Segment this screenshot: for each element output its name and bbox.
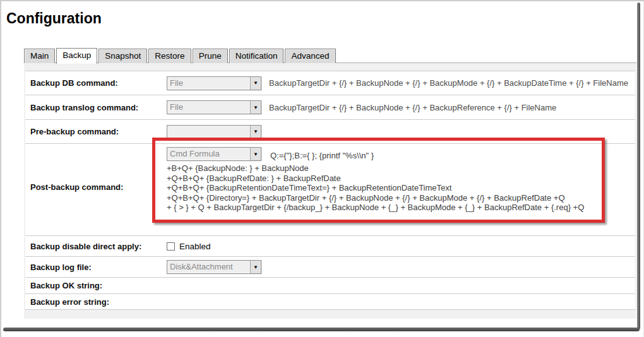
row-backup-ok-string: Backup OK string: <box>25 278 635 294</box>
screenshot-bottom-edge <box>3 328 640 331</box>
post-backup-formula-line-1: Q:={"};B:={ }; {printf "%s\\n" } <box>270 151 374 161</box>
dropdown-arrow-icon: ▼ <box>250 261 261 273</box>
backup-db-command-label: Backup DB command: <box>25 78 167 88</box>
dropdown-arrow-icon: ▼ <box>250 126 261 138</box>
enabled-checkbox-label: Enabled <box>179 242 211 251</box>
row-backup-disable-direct-apply: Backup disable direct apply: Enabled <box>25 236 635 257</box>
backup-translog-command-select[interactable]: File ▼ <box>167 100 261 114</box>
tab-main[interactable]: Main <box>24 49 55 63</box>
backup-translog-command-select-value: File <box>167 101 250 114</box>
tab-prune[interactable]: Prune <box>193 49 228 63</box>
backup-db-command-formula: BackupTargetDir + {/} + BackupNode + {/}… <box>269 78 628 88</box>
dropdown-arrow-icon: ▼ <box>250 148 261 160</box>
tab-backup[interactable]: Backup <box>56 48 97 64</box>
backup-translog-command-formula: BackupTargetDir + {/} + BackupNode + {/}… <box>269 103 556 112</box>
pre-backup-command-label: Pre-backup command: <box>25 127 167 136</box>
backup-settings-form: Backup DB command: File ▼ BackupTargetDi… <box>25 71 635 310</box>
enabled-checkbox[interactable] <box>167 242 175 251</box>
post-backup-formula-line-3: +Q+B+Q+ {BackupRefDate: } + BackupRefDat… <box>167 174 584 184</box>
post-backup-command-label: Post-backup command: <box>25 144 167 192</box>
row-pre-backup-command: Pre-backup command: ▼ <box>25 120 635 144</box>
tab-advanced[interactable]: Advanced <box>285 49 335 63</box>
backup-log-file-label: Backup log file: <box>25 263 167 272</box>
row-backup-db-command: Backup DB command: File ▼ BackupTargetDi… <box>25 71 635 95</box>
backup-translog-command-label: Backup translog command: <box>25 103 167 112</box>
tab-bar: Main Backup Snapshot Restore Prune Notif… <box>24 48 337 63</box>
post-backup-command-formula-block: Cmd Formula ▼ Q:={"};B:={ }; {printf "%s… <box>167 144 584 213</box>
pre-backup-command-select[interactable]: ▼ <box>167 125 261 139</box>
row-post-backup-command: Post-backup command: Cmd Formula ▼ Q:={"… <box>25 144 635 236</box>
backup-ok-string-label: Backup OK string: <box>25 281 167 290</box>
tab-notification[interactable]: Notification <box>229 49 284 63</box>
row-backup-error-string: Backup error string: <box>25 294 635 310</box>
tab-restore[interactable]: Restore <box>148 49 191 63</box>
configuration-page: Configuration Main Backup Snapshot Resto… <box>0 0 644 337</box>
dropdown-arrow-icon: ▼ <box>250 77 261 90</box>
page-title: Configuration <box>6 10 102 27</box>
post-backup-formula-lines: +B+Q+ {BackupNode: } + BackupNode +Q+B+Q… <box>167 163 584 213</box>
row-backup-log-file: Backup log file: Disk&Attachment ▼ <box>25 257 635 278</box>
dropdown-arrow-icon: ▼ <box>250 101 261 114</box>
post-backup-command-select[interactable]: Cmd Formula ▼ <box>167 147 261 161</box>
backup-db-command-select-value: File <box>167 77 250 90</box>
backup-log-file-select[interactable]: Disk&Attachment ▼ <box>167 260 261 274</box>
pre-backup-command-select-value <box>167 126 250 138</box>
post-backup-formula-line-5: +Q+B+Q+ {Directory=} + BackupTargetDir +… <box>167 193 584 203</box>
backup-disable-direct-apply-label: Backup disable direct apply: <box>25 242 167 251</box>
post-backup-command-select-value: Cmd Formula <box>167 148 250 160</box>
post-backup-formula-line-2: +B+Q+ {BackupNode: } + BackupNode <box>167 163 584 174</box>
backup-error-string-label: Backup error string: <box>25 297 167 307</box>
screenshot-right-edge <box>637 3 640 329</box>
post-backup-formula-line-4: +Q+B+Q+ {BackupRetentionDateTimeText=} +… <box>167 183 584 193</box>
backup-db-command-select[interactable]: File ▼ <box>167 76 261 90</box>
row-backup-translog-command: Backup translog command: File ▼ BackupTa… <box>25 95 635 120</box>
post-backup-formula-line-6: + { > } + Q + BackupTargetDir + {/backup… <box>167 203 584 213</box>
backup-log-file-select-value: Disk&Attachment <box>167 261 250 273</box>
tab-snapshot[interactable]: Snapshot <box>98 49 147 63</box>
